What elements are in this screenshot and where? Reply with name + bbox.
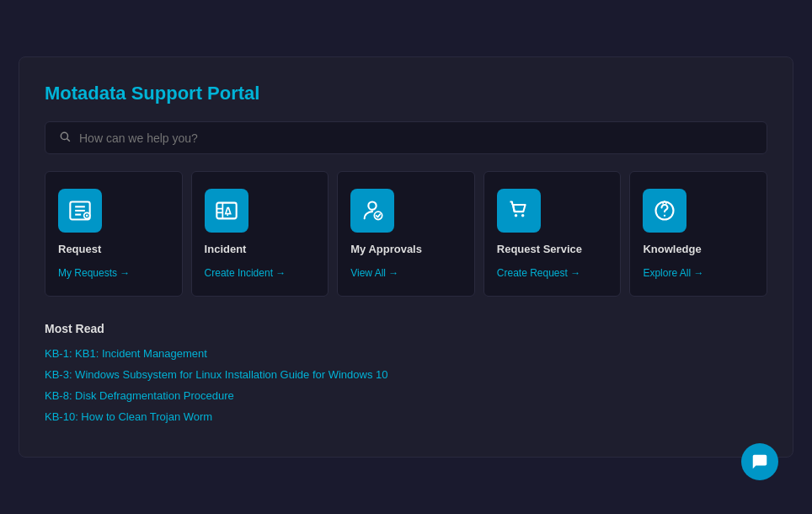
card-incident-link[interactable]: Create Incident → [205,267,286,279]
most-read-item-3[interactable]: KB-8: Disk Defragmentation Procedure [45,389,767,402]
card-approvals-link[interactable]: View All → [350,267,398,279]
most-read-title: Most Read [45,322,767,335]
card-request-link[interactable]: My Requests → [58,267,130,279]
portal-title: Motadata Support Portal [45,83,767,104]
card-knowledge: Knowledge Explore All → [629,171,767,297]
approvals-icon-wrap [350,189,394,233]
most-read-item-2[interactable]: KB-3: Windows Subsystem for Linux Instal… [45,368,767,381]
card-request: Request My Requests → [45,171,183,297]
card-knowledge-link[interactable]: Explore All → [643,267,703,279]
search-bar [45,121,767,154]
most-read-list: KB-1: KB1: Incident Management KB-3: Win… [45,347,767,423]
request-icon-wrap [58,189,102,233]
card-approvals: My Approvals View All → [337,171,475,297]
svg-point-12 [521,214,525,217]
card-request-title: Request [58,243,101,255]
card-incident: Incident Create Incident → [191,171,329,297]
card-request-service-title: Request Service [497,243,582,255]
request-icon [68,199,92,222]
cart-icon [507,199,531,222]
incident-icon [215,199,238,222]
cards-grid: Request My Requests → Incident Create In… [45,171,767,297]
chat-button[interactable] [741,443,778,480]
most-read-item-4[interactable]: KB-10: How to Clean Trojan Worm [45,410,767,423]
approvals-icon [361,199,384,222]
card-knowledge-title: Knowledge [643,243,701,255]
portal-container: Motadata Support Portal Req [19,56,793,458]
search-input[interactable] [79,131,753,145]
card-request-service-link[interactable]: Create Request → [497,267,580,279]
svg-point-14 [664,215,665,217]
svg-point-8 [227,214,228,216]
knowledge-icon-wrap [643,189,686,233]
knowledge-icon [653,199,676,222]
card-incident-title: Incident [205,243,247,255]
svg-point-9 [369,202,377,210]
most-read-section: Most Read KB-1: KB1: Incident Management… [45,313,767,431]
request-service-icon-wrap [497,189,541,233]
search-icon [59,131,71,145]
svg-line-1 [67,139,70,142]
chat-icon [751,452,769,471]
most-read-item-1[interactable]: KB-1: KB1: Incident Management [45,347,767,360]
svg-point-0 [61,132,67,139]
card-approvals-title: My Approvals [350,243,422,255]
svg-point-11 [515,214,518,217]
incident-icon-wrap [205,189,248,233]
card-request-service: Request Service Create Request → [483,171,622,297]
